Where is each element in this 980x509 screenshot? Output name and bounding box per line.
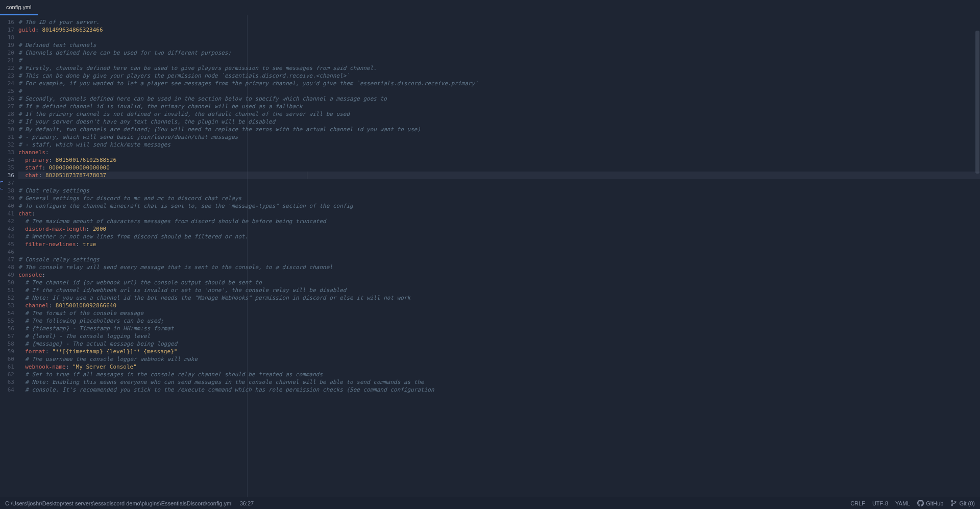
line-number: 64 xyxy=(0,386,18,394)
line-number: 53 xyxy=(0,302,18,309)
status-git[interactable]: Git (0) xyxy=(950,500,975,506)
status-line-ending[interactable]: CRLF xyxy=(850,500,865,506)
code-line[interactable]: # The format of the console message xyxy=(18,309,980,317)
code-line[interactable]: # {level} - The console logging level xyxy=(18,332,980,340)
code-line[interactable]: filter-newlines: true xyxy=(18,240,980,248)
code-line[interactable]: # If a defined channel id is invalid, th… xyxy=(18,103,980,110)
code-line[interactable]: webhook-name: "My Server Console" xyxy=(18,363,980,371)
code-line[interactable]: # Firstly, channels defined here can be … xyxy=(18,64,980,72)
code-line[interactable]: # console. It's recommended you stick to… xyxy=(18,386,980,394)
code-line[interactable]: # Defined text channels xyxy=(18,41,980,49)
line-number: 40 xyxy=(0,202,18,210)
scrollbar-vertical[interactable] xyxy=(975,31,979,174)
editor-area[interactable]: 1617181920212223242526272829303132333435… xyxy=(0,15,980,497)
line-number: 51 xyxy=(0,286,18,294)
text-cursor xyxy=(307,172,307,179)
code-line[interactable]: # This can be done by give your players … xyxy=(18,72,980,80)
git-branch-icon xyxy=(950,500,957,506)
line-number: 32 xyxy=(0,141,18,149)
status-file-path[interactable]: C:\Users\joshr\Desktop\test servers\essx… xyxy=(5,500,233,506)
code-line[interactable]: # General settings for discord to mc and… xyxy=(18,195,980,202)
code-line[interactable]: staff: 000000000000000000 xyxy=(18,164,980,172)
status-bar: C:\Users\joshr\Desktop\test servers\essx… xyxy=(0,497,980,509)
code-line[interactable] xyxy=(18,248,980,256)
line-number: 27 xyxy=(0,103,18,110)
code-line[interactable]: # - primary, which will send basic join/… xyxy=(18,133,980,141)
line-number: 61 xyxy=(0,363,18,371)
code-line[interactable]: format: "**[{timestamp} {level}]** {mess… xyxy=(18,348,980,355)
line-number: 19 xyxy=(0,41,18,49)
line-number: 28 xyxy=(0,110,18,118)
code-line[interactable]: # To configure the channel minecraft cha… xyxy=(18,202,980,210)
line-number-gutter: 1617181920212223242526272829303132333435… xyxy=(0,15,18,497)
status-language[interactable]: YAML xyxy=(895,500,910,506)
line-number: 50 xyxy=(0,279,18,286)
line-number: 49 xyxy=(0,271,18,279)
line-number: 59 xyxy=(0,348,18,355)
line-number: 25 xyxy=(0,87,18,95)
code-line[interactable]: # The maximum amount of characters messa… xyxy=(18,217,980,225)
code-line[interactable]: # xyxy=(18,57,980,64)
line-number: 23 xyxy=(0,72,18,80)
line-number: 47 xyxy=(0,256,18,263)
line-number: 20 xyxy=(0,49,18,57)
code-line[interactable] xyxy=(18,179,980,187)
code-line[interactable]: channel: 801500108092866640 xyxy=(18,302,980,309)
code-line[interactable]: # Channels defined here can be used for … xyxy=(18,49,980,57)
line-number: 60 xyxy=(0,355,18,363)
code-line[interactable]: # {timestamp} - Timestamp in HH:mm:ss fo… xyxy=(18,325,980,332)
svg-point-1 xyxy=(951,504,953,506)
code-line[interactable]: # - staff, which will send kick/mute mes… xyxy=(18,141,980,149)
code-line[interactable]: # The following placeholders can be used… xyxy=(18,317,980,325)
line-number: 42 xyxy=(0,217,18,225)
svg-point-0 xyxy=(951,500,953,502)
status-cursor-position[interactable]: 36:27 xyxy=(240,500,254,506)
line-number: 30 xyxy=(0,126,18,133)
line-number: 55 xyxy=(0,317,18,325)
fold-indicator[interactable] xyxy=(0,181,3,189)
status-git-label: Git (0) xyxy=(959,500,975,506)
code-line[interactable]: # For example, if you wanted to let a pl… xyxy=(18,80,980,87)
code-line[interactable]: # The console relay will send every mess… xyxy=(18,263,980,271)
status-encoding[interactable]: UTF-8 xyxy=(872,500,888,506)
line-number: 35 xyxy=(0,164,18,172)
line-number: 29 xyxy=(0,118,18,126)
code-line[interactable]: # Secondly, channels defined here can be… xyxy=(18,95,980,103)
code-line[interactable]: discord-max-length: 2000 xyxy=(18,225,980,233)
code-line[interactable]: chat: xyxy=(18,210,980,217)
line-number: 22 xyxy=(0,64,18,72)
code-line[interactable]: # If the channel id/webhook url is inval… xyxy=(18,286,980,294)
code-line[interactable]: console: xyxy=(18,271,980,279)
line-number: 18 xyxy=(0,34,18,41)
code-line[interactable]: # {message} - The actual message being l… xyxy=(18,340,980,348)
code-line[interactable]: # Chat relay settings xyxy=(18,187,980,195)
status-github[interactable]: GitHub xyxy=(917,500,943,506)
code-line[interactable]: # The username the console logger webhoo… xyxy=(18,355,980,363)
tab-config-yml[interactable]: config.yml xyxy=(0,0,38,15)
code-line[interactable]: chat: 802051873787478037 xyxy=(18,172,980,179)
code-line[interactable]: channels: xyxy=(18,149,980,156)
code-line[interactable] xyxy=(18,34,980,41)
code-line[interactable]: # Whether or not new lines from discord … xyxy=(18,233,980,240)
code-line[interactable]: # The channel id (or webhook url) the co… xyxy=(18,279,980,286)
line-number: 16 xyxy=(0,18,18,26)
code-line[interactable]: # The ID of your server. xyxy=(18,18,980,26)
code-line[interactable]: # If your server doesn't have any text c… xyxy=(18,118,980,126)
code-line[interactable]: # By default, two channels are defined; … xyxy=(18,126,980,133)
line-number: 43 xyxy=(0,225,18,233)
code-line[interactable]: # Console relay settings xyxy=(18,256,980,263)
code-line[interactable]: guild: 801499634866323466 xyxy=(18,26,980,34)
code-line[interactable]: # Set to true if all messages in the con… xyxy=(18,371,980,378)
line-number: 33 xyxy=(0,149,18,156)
ruler-guide xyxy=(247,15,248,497)
code-line[interactable]: primary: 801500176102588526 xyxy=(18,156,980,164)
code-line[interactable]: # If the primary channel is not defined … xyxy=(18,110,980,118)
svg-point-2 xyxy=(955,501,957,503)
github-icon xyxy=(917,500,924,506)
line-number: 36 xyxy=(0,172,18,179)
code-line[interactable]: # Note: Enabling this means everyone who… xyxy=(18,378,980,386)
code-content[interactable]: # The ID of your server.guild: 801499634… xyxy=(18,15,980,497)
code-line[interactable]: # xyxy=(18,87,980,95)
code-line[interactable]: # Note: If you use a channel id the bot … xyxy=(18,294,980,302)
line-number: 21 xyxy=(0,57,18,64)
